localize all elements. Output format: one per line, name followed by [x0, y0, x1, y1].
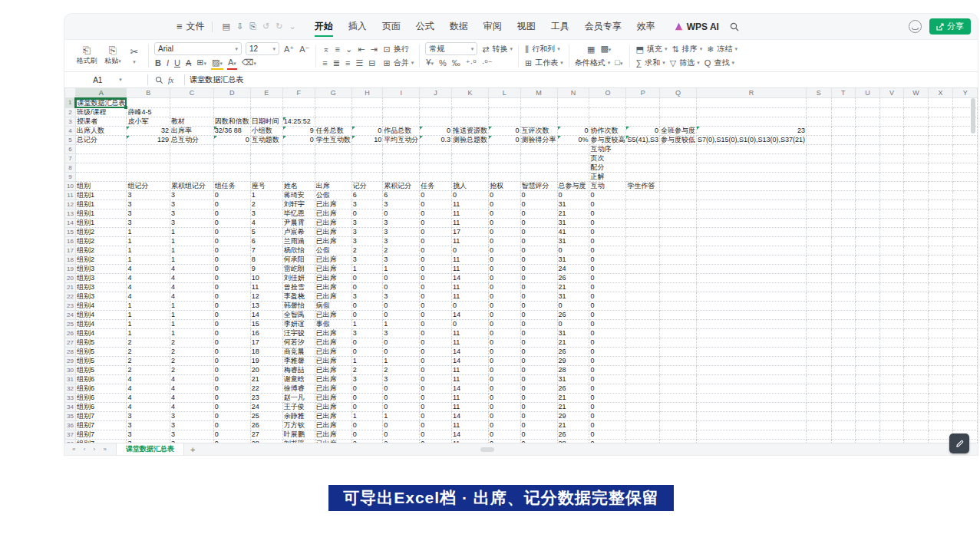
- increase-font-button[interactable]: A⁺: [283, 44, 295, 54]
- decrease-indent-icon[interactable]: ⇤: [357, 44, 365, 54]
- borders-button[interactable]: ⊞▾: [196, 58, 207, 68]
- vertical-scrollbar-thumb[interactable]: [971, 98, 975, 134]
- cell-P30[interactable]: [626, 365, 660, 374]
- cell-U3[interactable]: [856, 117, 880, 126]
- cell-R10[interactable]: [697, 181, 807, 190]
- cell-P23[interactable]: [626, 301, 660, 310]
- cell-Q31[interactable]: [660, 374, 697, 384]
- cell-X22[interactable]: [928, 292, 953, 301]
- col-header-Q[interactable]: Q: [660, 88, 697, 98]
- cell-A19[interactable]: 组别3: [75, 264, 127, 273]
- cell-T29[interactable]: [831, 356, 856, 365]
- cell-style-icon[interactable]: ▦: [586, 44, 596, 54]
- cell-D14[interactable]: 0: [213, 218, 250, 227]
- cell-C37[interactable]: 3: [170, 430, 214, 439]
- cell-W22[interactable]: [904, 292, 929, 301]
- cell-M7[interactable]: [520, 153, 557, 163]
- cell-W20[interactable]: [904, 273, 929, 282]
- cell-U30[interactable]: [856, 365, 880, 374]
- cell-O6[interactable]: 互动序: [589, 144, 626, 153]
- col-header-O[interactable]: O: [589, 88, 626, 98]
- cell-D7[interactable]: [213, 153, 250, 163]
- row-header-17[interactable]: 17: [65, 246, 76, 255]
- cell-U32[interactable]: [856, 384, 880, 393]
- row-header-2[interactable]: 2: [65, 107, 76, 117]
- cell-D8[interactable]: [213, 163, 250, 172]
- cell-U1[interactable]: [856, 98, 880, 108]
- cell-I3[interactable]: [383, 117, 420, 126]
- cell-P21[interactable]: [626, 282, 660, 292]
- cell-O17[interactable]: 0: [589, 246, 626, 255]
- cell-J19[interactable]: 0: [420, 264, 452, 273]
- cell-M11[interactable]: 0: [520, 190, 557, 199]
- cell-X17[interactable]: [928, 246, 953, 255]
- cell-K17[interactable]: 0: [451, 246, 488, 255]
- cell-N17[interactable]: 0: [557, 246, 589, 255]
- cell-W17[interactable]: [904, 246, 929, 255]
- cell-H37[interactable]: 0: [351, 430, 383, 439]
- sum-button[interactable]: ∑求和▾: [635, 58, 665, 68]
- cell-H12[interactable]: 3: [351, 199, 383, 209]
- cell-G34[interactable]: 已出席: [315, 402, 351, 411]
- cell-H14[interactable]: 3: [351, 218, 383, 227]
- underline-button[interactable]: U: [173, 58, 181, 68]
- cell-G37[interactable]: 已出席: [315, 430, 351, 439]
- format-painter-button[interactable]: ⎗ 格式刷: [74, 42, 100, 70]
- cell-S34[interactable]: [807, 402, 832, 411]
- cell-S16[interactable]: [807, 236, 832, 246]
- cell-P8[interactable]: [626, 163, 660, 172]
- worksheet-button[interactable]: ⊞工作表▾: [524, 58, 563, 68]
- cell-D1[interactable]: [213, 98, 250, 108]
- cell-D29[interactable]: 0: [213, 356, 250, 365]
- cell-S14[interactable]: [807, 218, 832, 227]
- quick-icon-4[interactable]: ↻: [276, 21, 282, 31]
- cell-F25[interactable]: 李妍谊: [282, 319, 315, 328]
- cell-V2[interactable]: [879, 107, 904, 117]
- cell-R34[interactable]: [697, 402, 807, 411]
- cell-P11[interactable]: [626, 190, 660, 199]
- cell-L23[interactable]: 0: [488, 301, 520, 310]
- cell-F33[interactable]: 赵一凡: [282, 393, 315, 402]
- cell-N14[interactable]: 31: [557, 218, 589, 227]
- cell-V32[interactable]: [879, 384, 904, 393]
- cell-Q3[interactable]: [660, 117, 697, 126]
- cell-H21[interactable]: 0: [351, 282, 383, 292]
- row-header-9[interactable]: 9: [65, 172, 76, 181]
- cell-B15[interactable]: 1: [127, 227, 170, 236]
- cell-E36[interactable]: 26: [250, 420, 282, 430]
- cell-R18[interactable]: [697, 255, 807, 264]
- cell-L13[interactable]: 0: [488, 209, 520, 218]
- cell-I11[interactable]: 6: [383, 190, 420, 199]
- cell-T8[interactable]: [831, 163, 856, 172]
- cell-R4[interactable]: 23: [697, 126, 807, 135]
- cell-E13[interactable]: 3: [250, 209, 282, 218]
- cell-S33[interactable]: [807, 393, 832, 402]
- row-header-26[interactable]: 26: [65, 328, 76, 338]
- rows-columns-button[interactable]: ⫼行和列▾: [524, 44, 560, 54]
- cell-X13[interactable]: [928, 209, 953, 218]
- cell-R33[interactable]: [697, 393, 807, 402]
- cell-Q6[interactable]: [660, 144, 697, 153]
- cell-F3[interactable]: 14:25:52: [282, 117, 315, 126]
- cell-A5[interactable]: 总记分: [75, 135, 127, 144]
- cell-T19[interactable]: [831, 264, 856, 273]
- cell-L12[interactable]: 0: [488, 199, 520, 209]
- cell-E25[interactable]: 15: [250, 319, 282, 328]
- cell-M23[interactable]: 0: [520, 301, 557, 310]
- fill-button[interactable]: ⬒填充▾: [635, 44, 668, 54]
- cell-R5[interactable]: S7(0),S15(0),S1(0),S13(0),S37(21): [697, 135, 807, 144]
- cell-M8[interactable]: [520, 163, 557, 172]
- cell-B19[interactable]: 4: [127, 264, 170, 273]
- cell-U20[interactable]: [856, 273, 880, 282]
- row-header-37[interactable]: 37: [65, 430, 76, 439]
- cell-J25[interactable]: 0: [420, 319, 452, 328]
- cell-K27[interactable]: 11: [451, 338, 488, 347]
- cell-S23[interactable]: [807, 301, 832, 310]
- cell-L16[interactable]: 0: [488, 236, 520, 246]
- cell-V11[interactable]: [879, 190, 904, 199]
- cell-R16[interactable]: [697, 236, 807, 246]
- cell-M22[interactable]: 0: [520, 292, 557, 301]
- cell-B33[interactable]: 4: [127, 393, 170, 402]
- cell-J28[interactable]: 0: [420, 347, 452, 356]
- cell-W23[interactable]: [904, 301, 929, 310]
